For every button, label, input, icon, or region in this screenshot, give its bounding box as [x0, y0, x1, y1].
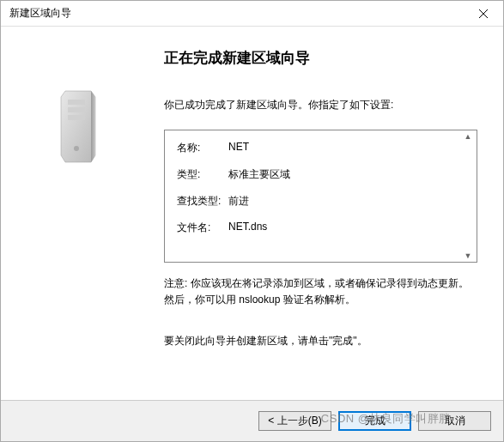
- scrollbar[interactable]: ▲ ▼: [461, 132, 475, 260]
- body: 正在完成新建区域向导 你已成功完成了新建区域向导。你指定了如下设置: 名称: N…: [1, 27, 503, 400]
- setting-row-name: 名称: NET: [177, 141, 465, 155]
- window-title: 新建区域向导: [1, 6, 464, 21]
- close-icon: [479, 9, 488, 18]
- scroll-down-icon: ▼: [465, 251, 472, 260]
- content-panel: 正在完成新建区域向导 你已成功完成了新建区域向导。你指定了如下设置: 名称: N…: [155, 44, 503, 391]
- setting-row-type: 类型: 标准主要区域: [177, 167, 465, 182]
- setting-value: 前进: [228, 194, 249, 209]
- svg-rect-6: [68, 115, 85, 120]
- close-button[interactable]: [464, 1, 503, 27]
- note-text: 注意: 你应该现在将记录添加到区域，或者确保记录得到动态更新。然后，你可以用 n…: [164, 275, 477, 308]
- closing-text: 要关闭此向导并创建新区域，请单击"完成"。: [164, 334, 477, 348]
- svg-point-7: [74, 146, 79, 151]
- setting-value: 标准主要区域: [228, 167, 290, 182]
- back-button[interactable]: < 上一步(B): [258, 411, 331, 431]
- setting-row-file: 文件名: NET.dns: [177, 221, 465, 235]
- setting-value: NET.dns: [228, 221, 267, 235]
- setting-row-lookup: 查找类型: 前进: [177, 194, 465, 209]
- setting-value: NET: [228, 141, 249, 155]
- finish-button[interactable]: 完成: [338, 411, 411, 431]
- cancel-button[interactable]: 取消: [418, 411, 491, 431]
- sidebar: [1, 44, 155, 391]
- page-heading: 正在完成新建区域向导: [164, 48, 477, 68]
- button-bar: < 上一步(B) 完成 取消: [1, 400, 503, 441]
- titlebar: 新建区域向导: [1, 1, 503, 27]
- svg-rect-5: [68, 107, 85, 112]
- svg-marker-3: [91, 91, 95, 162]
- svg-rect-4: [68, 100, 85, 105]
- setting-label: 类型:: [177, 167, 228, 182]
- setting-label: 文件名:: [177, 221, 228, 235]
- setting-label: 查找类型:: [177, 194, 228, 209]
- wizard-window: 新建区域向导: [0, 0, 504, 442]
- server-tower-icon: [52, 87, 104, 164]
- settings-summary-box: 名称: NET 类型: 标准主要区域 查找类型: 前进 文件名: NET.dns…: [164, 130, 477, 263]
- scroll-up-icon: ▲: [465, 132, 472, 141]
- intro-text: 你已成功完成了新建区域向导。你指定了如下设置:: [164, 98, 477, 112]
- setting-label: 名称:: [177, 141, 228, 155]
